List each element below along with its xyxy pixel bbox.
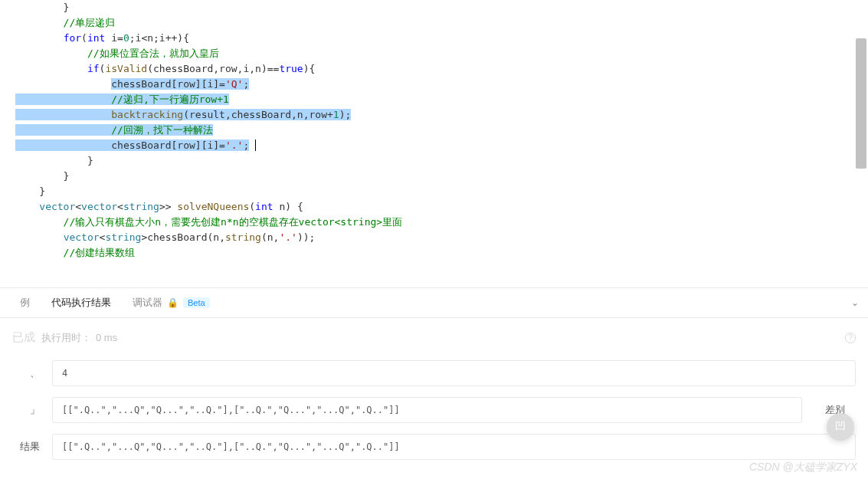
- code-line: backtracking(result,chessBoard,n,row+1);: [15, 107, 868, 123]
- code-line: chessBoard[row][i]='.';: [15, 138, 868, 153]
- output-row: 」 [[".Q..","...Q","Q...","..Q."],["..Q."…: [12, 397, 856, 423]
- expected-label: 结果: [12, 440, 40, 454]
- code-line: vector<string>chessBoard(n,string(n,'.')…: [15, 230, 868, 245]
- input-row: 、 4: [12, 360, 856, 386]
- tab-code-result[interactable]: 代码执行结果: [41, 288, 122, 317]
- code-line: if(isValid(chessBoard,row,i,n)==true){: [15, 61, 868, 77]
- tab-debugger-label: 调试器: [133, 296, 162, 310]
- status-label: 已成: [12, 330, 35, 345]
- collapse-button[interactable]: ⌄: [851, 297, 859, 308]
- code-line: //单层递归: [15, 15, 868, 31]
- input-box[interactable]: 4: [52, 360, 856, 386]
- help-icon[interactable]: ?: [845, 333, 856, 343]
- output-box[interactable]: [[".Q..","...Q","Q...","..Q."],["..Q.","…: [52, 397, 802, 423]
- lock-icon: 🔒: [167, 297, 179, 308]
- code-line: //递归,下一行遍历row+1: [15, 92, 868, 107]
- expected-row: 结果 [[".Q..","...Q","Q...","..Q."],["..Q.…: [12, 434, 856, 460]
- expected-box[interactable]: [[".Q..","...Q","Q...","..Q."],["..Q.","…: [52, 434, 856, 460]
- tab-debugger[interactable]: 调试器 🔒 Beta: [122, 288, 221, 317]
- beta-badge: Beta: [183, 297, 210, 308]
- code-line: for(int i=0;i<n;i++){: [15, 31, 868, 46]
- float-action-button[interactable]: 凹: [827, 413, 854, 441]
- code-line: //回溯，找下一种解法: [15, 123, 868, 138]
- code-line: vector<vector<string>> solveNQueens(int …: [15, 199, 868, 215]
- code-line: //如果位置合法，就加入皇后: [15, 46, 868, 61]
- time-label: 执行用时：: [41, 331, 91, 345]
- time-value: 0 ms: [96, 332, 117, 343]
- code-line: }: [15, 153, 868, 169]
- output-label: 」: [12, 403, 40, 417]
- code-line: chessBoard[row][i]='Q';: [15, 77, 868, 92]
- code-line: }: [15, 0, 868, 15]
- code-line: //创建结果数组: [15, 245, 868, 261]
- code-line: //输入只有棋盘大小n，需要先创建n*n的空棋盘存在vector<string>…: [15, 215, 868, 230]
- scrollbar[interactable]: [856, 38, 866, 169]
- code-editor[interactable]: } //单层递归 for(int i=0;i<n;i++){ //如果位置合法，…: [0, 0, 868, 287]
- result-tabs: 例 代码执行结果 调试器 🔒 Beta ⌄: [0, 287, 868, 318]
- code-line: }: [15, 184, 868, 199]
- input-label: 、: [12, 366, 40, 380]
- code-line: }: [15, 169, 868, 184]
- result-panel: 已成 执行用时： 0 ms ? 、 4 」 [[".Q..","...Q","Q…: [0, 318, 868, 479]
- status-row: 已成 执行用时： 0 ms ?: [12, 330, 856, 345]
- tab-example[interactable]: 例: [9, 288, 41, 317]
